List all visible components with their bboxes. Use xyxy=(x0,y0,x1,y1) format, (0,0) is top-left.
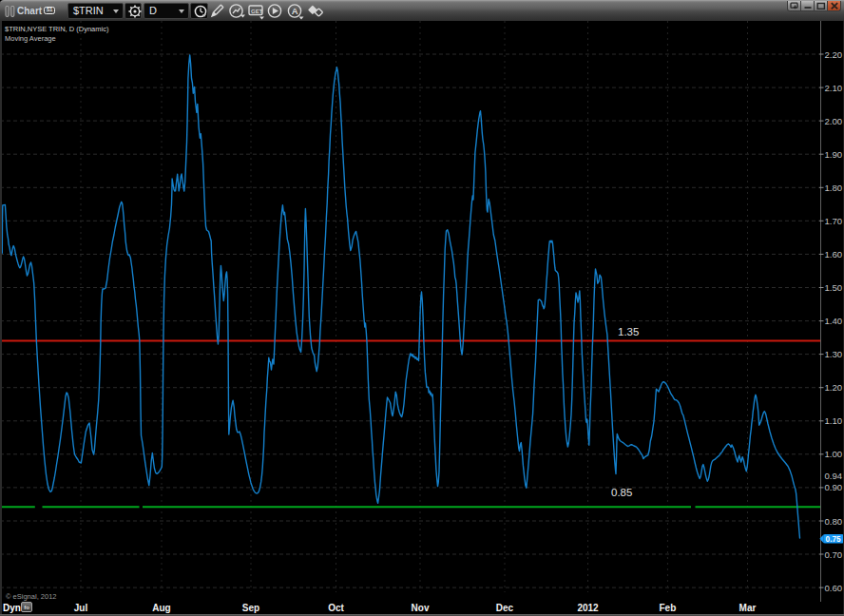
svg-text:© eSignal, 2012: © eSignal, 2012 xyxy=(6,592,56,601)
svg-text:1.80: 1.80 xyxy=(825,183,843,193)
svg-text:0.85: 0.85 xyxy=(611,487,632,498)
svg-text:1.60: 1.60 xyxy=(825,249,843,260)
svg-text:1.10: 1.10 xyxy=(825,415,843,426)
svg-text:2.10: 2.10 xyxy=(825,83,843,93)
svg-text:1.00: 1.00 xyxy=(825,449,843,459)
svg-text:0.80: 0.80 xyxy=(825,516,843,527)
svg-text:2.00: 2.00 xyxy=(825,116,843,126)
svg-text:1.50: 1.50 xyxy=(825,282,843,293)
svg-text:0.90: 0.90 xyxy=(825,482,843,492)
svg-text:$TRIN,NYSE TRIN, D (Dynamic): $TRIN,NYSE TRIN, D (Dynamic) xyxy=(5,25,109,33)
svg-text:Moving Average: Moving Average xyxy=(5,34,56,43)
svg-text:1.35: 1.35 xyxy=(618,326,639,337)
svg-text:A: A xyxy=(292,6,298,16)
svg-text:1.30: 1.30 xyxy=(825,349,843,359)
svg-text:0.75: 0.75 xyxy=(826,535,841,544)
svg-text:0.70: 0.70 xyxy=(825,549,843,560)
svg-text:1.90: 1.90 xyxy=(825,149,843,160)
svg-text:GET: GET xyxy=(251,9,263,14)
svg-text:0.94: 0.94 xyxy=(825,471,843,481)
svg-text:2.20: 2.20 xyxy=(825,49,843,60)
svg-text:1.20: 1.20 xyxy=(825,382,843,393)
svg-text:0.60: 0.60 xyxy=(825,583,843,593)
svg-text:1.70: 1.70 xyxy=(825,216,843,226)
svg-text:1.40: 1.40 xyxy=(825,316,843,326)
